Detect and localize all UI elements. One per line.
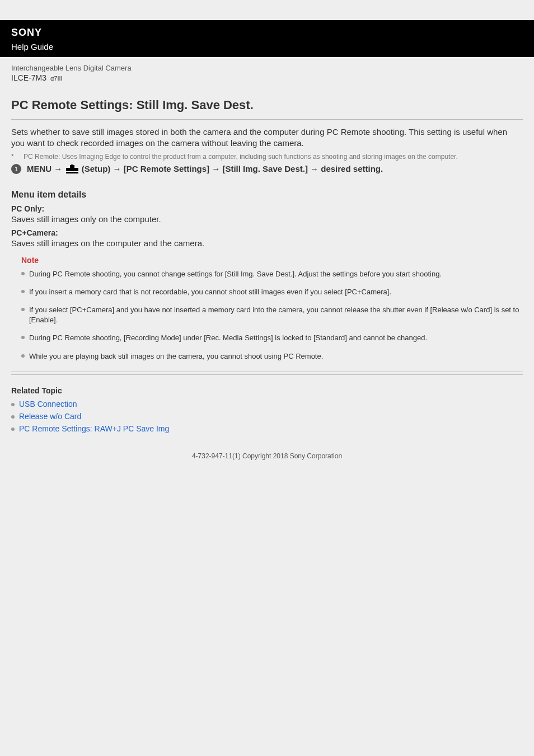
item-desc-pc-only: Saves still images only on the computer. (11, 214, 523, 224)
help-guide-label: Help Guide (11, 42, 523, 51)
svg-rect-0 (66, 168, 78, 173)
related-item: Release w/o Card (11, 412, 523, 421)
step-text: MENU → (Setup) → [PC Remote Settings] → … (27, 163, 383, 176)
related-link-rawj-pc-save[interactable]: PC Remote Settings: RAW+J PC Save Img (19, 424, 169, 433)
related-item: USB Connection (11, 400, 523, 408)
item-desc-pc-camera: Saves still images on the computer and t… (11, 238, 523, 248)
step-arrow-1: → (54, 164, 62, 173)
note-item: If you insert a memory card that is not … (21, 287, 523, 297)
model-code: ILCE-7M3 (11, 73, 46, 82)
note-item: If you select [PC+Camera] and you have n… (21, 305, 523, 325)
model-sub: α7III (50, 75, 63, 82)
note-title: Note (21, 256, 523, 265)
related-item: PC Remote Settings: RAW+J PC Save Img (11, 424, 523, 433)
item-label-pc-camera: PC+Camera: (11, 228, 523, 237)
related-list: USB Connection Release w/o Card PC Remot… (11, 400, 523, 433)
svg-rect-1 (66, 171, 78, 172)
product-model: ILCE-7M3 α7III (11, 73, 523, 82)
note-item: During PC Remote shooting, you cannot ch… (21, 269, 523, 279)
related-link-release-wo-card[interactable]: Release w/o Card (19, 412, 81, 421)
step-arrow-2: → (113, 164, 121, 173)
header-band: SONY Help Guide (0, 20, 534, 57)
menu-item-details-heading: Menu item details (11, 190, 523, 200)
svg-rect-3 (71, 165, 73, 166)
product-category: Interchangeable Lens Digital Camera (11, 64, 523, 72)
note-block: Note During PC Remote shooting, you cann… (11, 256, 523, 361)
step-setup: (Setup) (82, 164, 111, 173)
setup-icon (66, 165, 78, 176)
step-path: [PC Remote Settings] → [Still Img. Save … (124, 164, 383, 173)
title-separator (11, 119, 523, 120)
copyright: 4-732-947-11(1) Copyright 2018 Sony Corp… (11, 447, 523, 475)
note-item: While you are playing back still images … (21, 351, 523, 361)
item-label-pc-only: PC Only: (11, 204, 523, 213)
section-separator (11, 372, 523, 372)
footnote-mark: * (11, 153, 24, 162)
related-topic-heading: Related Topic (11, 386, 523, 395)
note-list: During PC Remote shooting, you cannot ch… (21, 269, 523, 361)
section-separator (11, 374, 523, 375)
related-link-usb-connection[interactable]: USB Connection (19, 400, 77, 408)
intro-text: Sets whether to save still images stored… (11, 126, 523, 149)
step-badge: 1 (11, 164, 21, 174)
page-title: PC Remote Settings: Still Img. Save Dest… (11, 98, 523, 112)
step-row: 1 MENU → (Setup) → [PC Remote Set (11, 163, 523, 176)
brand-logo: SONY (11, 27, 523, 39)
step-menu: MENU (27, 164, 51, 173)
note-item: During PC Remote shooting, [Recording Mo… (21, 333, 523, 343)
footnote: * PC Remote: Uses Imaging Edge to contro… (11, 153, 523, 162)
footnote-text: PC Remote: Uses Imaging Edge to control … (24, 153, 458, 162)
